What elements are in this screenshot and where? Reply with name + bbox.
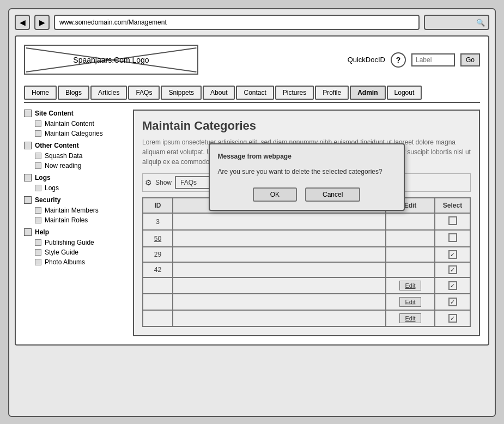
confirm-dialog: Message from webpage Are you sure you wa… [209, 143, 405, 211]
forward-button[interactable]: ▶ [34, 15, 50, 30]
sidebar-section-logs: Logs Logs [24, 174, 125, 193]
sidebar-item-label: Maintain Roles [45, 216, 88, 224]
sidebar-header-other-content: Other Content [24, 142, 125, 149]
sidebar-item-maintain-categories[interactable]: Maintain Categories [24, 129, 125, 138]
sidebar-item-label: Maintain Members [45, 207, 99, 214]
nav-contact[interactable]: Contact [236, 86, 274, 100]
page-icon [35, 153, 41, 159]
page-icon [35, 249, 41, 256]
sidebar-item-label: Photo Albums [45, 258, 85, 266]
sidebar-item-label: Publishing Guide [45, 239, 94, 246]
sidebar-section-label: Security [35, 196, 60, 204]
main-nav: Home Blogs Articles FAQs Snippets About … [24, 86, 480, 103]
sidebar-section-other-content: Other Content Squash Data Now reading [24, 142, 125, 171]
go-button[interactable]: Go [460, 53, 480, 66]
page-icon [35, 130, 41, 137]
site-header: Spaanjaars.Com Logo QuickDocID ? Go [24, 45, 480, 79]
sidebar-item-logs[interactable]: Logs [24, 183, 125, 193]
sidebar-item-label: Logs [45, 184, 59, 192]
sidebar-section-help: Help Publishing Guide Style Guide Photo … [24, 228, 125, 267]
logo-text: Spaanjaars.Com Logo [73, 56, 149, 64]
nav-about[interactable]: About [203, 86, 235, 100]
page-icon [35, 207, 41, 214]
nav-logout[interactable]: Logout [387, 86, 422, 100]
nav-admin[interactable]: Admin [350, 86, 385, 100]
main-layout: Site Content Maintain Content Maintain C… [24, 110, 480, 336]
dialog-cancel-button[interactable]: Cancel [305, 187, 360, 202]
sidebar-item-label: Maintain Content [45, 120, 94, 128]
page-icon [35, 239, 41, 246]
sidebar-section-label: Site Content [35, 110, 74, 117]
nav-snippets[interactable]: Snippets [161, 86, 202, 100]
sidebar-item-label: Style Guide [45, 249, 78, 256]
page-icon [35, 217, 41, 223]
sidebar-item-maintain-content[interactable]: Maintain Content [24, 119, 125, 129]
search-box: 🔍 [424, 15, 489, 30]
sidebar-item-style-guide[interactable]: Style Guide [24, 247, 125, 257]
sidebar-item-squash-data[interactable]: Squash Data [24, 151, 125, 161]
nav-blogs[interactable]: Blogs [58, 86, 89, 100]
header-right: QuickDocID ? Go [348, 52, 480, 68]
nav-profile[interactable]: Profile [315, 86, 349, 100]
quickdoc-label: QuickDocID [348, 56, 385, 64]
sidebar-header-logs: Logs [24, 174, 125, 181]
nav-pictures[interactable]: Pictures [275, 86, 314, 100]
folder-icon [24, 196, 32, 204]
folder-icon [24, 174, 32, 181]
sidebar-item-publishing-guide[interactable]: Publishing Guide [24, 238, 125, 247]
nav-articles[interactable]: Articles [90, 86, 127, 100]
dialog-title: Message from webpage [218, 153, 396, 160]
sidebar-item-photo-albums[interactable]: Photo Albums [24, 257, 125, 267]
sidebar-section-label: Help [35, 228, 49, 236]
sidebar: Site Content Maintain Content Maintain C… [24, 110, 125, 336]
sidebar-header-security: Security [24, 196, 125, 204]
quickdoc-input[interactable] [411, 53, 455, 66]
sidebar-header-site-content: Site Content [24, 110, 125, 117]
sidebar-section-security: Security Maintain Members Maintain Roles [24, 196, 125, 225]
page-icon [35, 185, 41, 191]
sidebar-section-label: Logs [35, 174, 51, 181]
sidebar-item-label: Now reading [45, 162, 81, 169]
sidebar-header-help: Help [24, 228, 125, 236]
page-icon [35, 259, 41, 265]
sidebar-item-label: Maintain Categories [45, 130, 103, 137]
help-button[interactable]: ? [391, 52, 406, 68]
folder-icon [24, 228, 32, 236]
sidebar-item-now-reading[interactable]: Now reading [24, 161, 125, 171]
sidebar-item-label: Squash Data [45, 152, 82, 160]
sidebar-item-maintain-members[interactable]: Maintain Members [24, 205, 125, 215]
dialog-overlay: Message from webpage Are you sure you wa… [134, 111, 479, 335]
sidebar-item-maintain-roles[interactable]: Maintain Roles [24, 215, 125, 225]
folder-icon [24, 110, 32, 117]
sidebar-section-site-content: Site Content Maintain Content Maintain C… [24, 110, 125, 138]
nav-home[interactable]: Home [24, 86, 57, 100]
folder-icon [24, 142, 32, 149]
address-bar[interactable] [54, 15, 420, 30]
page-icon [35, 120, 41, 127]
page-icon [35, 162, 41, 169]
dialog-buttons: OK Cancel [218, 187, 396, 202]
help-icon: ? [396, 56, 401, 64]
site-logo: Spaanjaars.Com Logo [24, 45, 198, 75]
dialog-message: Are you sure you want to delete the sele… [218, 167, 396, 177]
sidebar-section-label: Other Content [35, 142, 79, 149]
nav-faqs[interactable]: FAQs [128, 86, 160, 100]
dialog-ok-button[interactable]: OK [253, 187, 297, 202]
search-icon[interactable]: 🔍 [476, 19, 485, 27]
back-button[interactable]: ◀ [15, 15, 30, 30]
content-area: Maintain Categories Lorem ipsum onsectet… [133, 110, 480, 336]
